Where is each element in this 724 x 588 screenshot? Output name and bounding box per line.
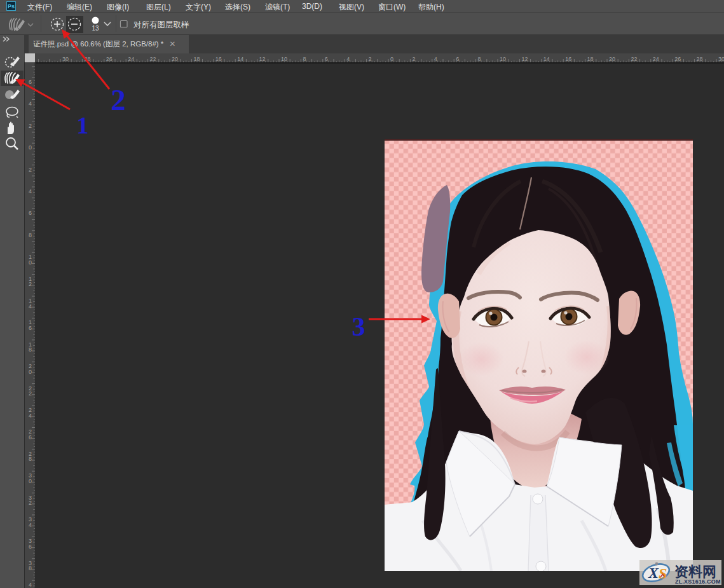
- svg-text:8: 8: [478, 56, 481, 62]
- svg-text:2: 2: [29, 167, 32, 173]
- svg-text:8: 8: [29, 346, 32, 353]
- svg-text:8: 8: [303, 56, 306, 62]
- svg-text:4: 4: [29, 522, 32, 528]
- svg-text:4: 4: [29, 100, 32, 107]
- svg-text:6: 6: [29, 434, 32, 441]
- svg-text:1: 1: [77, 112, 89, 139]
- svg-text:对所有图层取样: 对所有图层取样: [133, 20, 189, 29]
- svg-text:6: 6: [29, 544, 32, 550]
- svg-text:2: 2: [29, 500, 32, 506]
- svg-text:13: 13: [92, 25, 99, 32]
- svg-text:0: 0: [29, 259, 32, 266]
- svg-text:2: 2: [369, 56, 372, 62]
- svg-text:8: 8: [29, 232, 32, 238]
- svg-text:3: 3: [352, 312, 365, 341]
- svg-text:2: 2: [412, 56, 415, 62]
- svg-text:0: 0: [29, 369, 32, 375]
- svg-text:6: 6: [456, 56, 459, 62]
- svg-text:8: 8: [29, 456, 32, 462]
- svg-text:4: 4: [29, 413, 32, 419]
- svg-text:0: 0: [390, 56, 393, 62]
- svg-text:资料网: 资料网: [674, 564, 716, 580]
- svg-text:0: 0: [29, 144, 32, 151]
- svg-text:4: 4: [346, 56, 350, 62]
- svg-text:6: 6: [29, 210, 32, 216]
- svg-text:6: 6: [325, 56, 328, 62]
- svg-text:6: 6: [29, 325, 32, 331]
- svg-text:6: 6: [29, 79, 32, 85]
- svg-text:S: S: [659, 565, 667, 582]
- svg-text:ZL.XS1616.COM: ZL.XS1616.COM: [675, 578, 721, 585]
- svg-text:X: X: [648, 564, 659, 581]
- svg-text:4: 4: [434, 56, 437, 62]
- svg-text:4: 4: [29, 188, 32, 195]
- svg-text:2: 2: [29, 390, 32, 397]
- svg-text:0: 0: [29, 478, 32, 484]
- svg-text:2: 2: [29, 281, 32, 287]
- svg-text:4: 4: [29, 303, 32, 310]
- svg-text:8: 8: [29, 565, 32, 571]
- svg-text:2: 2: [111, 83, 126, 116]
- svg-text:2: 2: [29, 123, 32, 129]
